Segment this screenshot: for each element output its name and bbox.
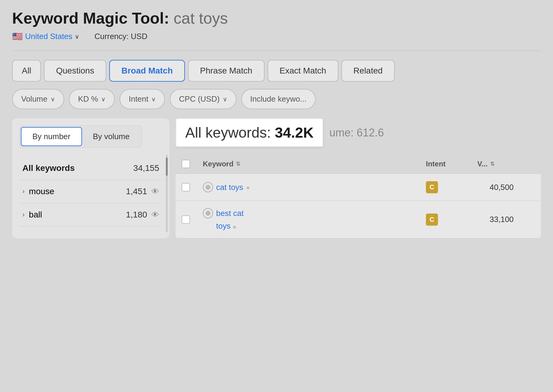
item-label: mouse [29, 187, 54, 196]
item-left: › ball [22, 210, 42, 220]
list-item: › ball 1,180 👁 [19, 203, 162, 227]
item-count: 1,180 👁 [126, 210, 159, 220]
volume-partial: ume: 612.6 [329, 126, 384, 139]
item-count: 1,451 👁 [126, 187, 159, 196]
arrow-buttons[interactable]: » [246, 184, 250, 191]
keyword-cell: ⊕ best cat toys » [203, 208, 423, 231]
tab-all[interactable]: All [12, 60, 41, 82]
list-item: › mouse 1,451 👁 [19, 180, 162, 203]
intent-badge: C [426, 214, 438, 226]
country-label: United States [25, 32, 72, 41]
by-number-toggle[interactable]: By number [21, 127, 82, 146]
header-checkbox[interactable] [182, 160, 190, 168]
keyword-line1: ⊕ best cat [203, 208, 244, 218]
keyword-link[interactable]: cat toys [216, 183, 243, 192]
col-checkbox [182, 160, 200, 168]
currency-label: Currency: USD [94, 32, 147, 41]
page-title: Keyword Magic Tool: cat toys [12, 9, 541, 27]
main-content: By number By volume All keywords 34,155 … [12, 118, 541, 238]
tab-broad-match[interactable]: Broad Match [109, 60, 185, 82]
tab-exact-match[interactable]: Exact Match [268, 60, 338, 82]
scrollbar[interactable] [166, 155, 168, 232]
item-left: › mouse [22, 187, 54, 196]
chevron-down-icon: ∨ [51, 96, 55, 103]
include-keywords-filter[interactable]: Include keywo... [241, 89, 316, 109]
keyword-link[interactable]: best cat [216, 209, 244, 218]
keyword-cell: ⊕ cat toys » [203, 182, 423, 192]
left-panel: By number By volume All keywords 34,155 … [12, 118, 170, 238]
chevron-down-icon: ∨ [101, 96, 106, 103]
scroll-thumb [166, 158, 168, 176]
chevron-right-icon: › [22, 211, 25, 219]
col-intent: Intent [426, 160, 474, 168]
database-row: 🇺🇸 United States ∨ Currency: USD [12, 31, 541, 41]
top-row-right: All keywords: 34.2K ume: 612.6 [176, 118, 541, 147]
chevron-down-icon: ∨ [75, 33, 79, 40]
row-checkbox[interactable] [182, 183, 190, 191]
divider [12, 51, 541, 51]
kd-filter[interactable]: KD % ∨ [69, 89, 115, 109]
keyword-table: Keyword ⇅ Intent V... ⇅ ⊕ [176, 154, 541, 238]
eye-icon[interactable]: 👁 [151, 210, 159, 220]
table-header: Keyword ⇅ Intent V... ⇅ [176, 154, 541, 174]
item-label: All keywords [22, 163, 75, 173]
tab-phrase-match[interactable]: Phrase Match [188, 60, 265, 82]
volume-cell: 40,500 [477, 183, 514, 192]
keyword-line2[interactable]: toys » [203, 221, 236, 231]
sort-icon[interactable]: ⇅ [490, 161, 495, 167]
row-checkbox-cell [182, 215, 200, 224]
page-header: Keyword Magic Tool: cat toys 🇺🇸 United S… [12, 9, 541, 41]
add-to-list-button[interactable]: ⊕ [203, 208, 213, 218]
item-count: 34,155 [133, 163, 159, 173]
toggle-row: By number By volume [19, 126, 142, 148]
all-keywords-highlight: All keywords: 34.2K [176, 118, 323, 147]
table-row: ⊕ cat toys » C 40,500 [176, 174, 541, 201]
tabs-container: All Questions Broad Match Phrase Match E… [12, 60, 541, 82]
row-checkbox-cell [182, 183, 200, 191]
intent-filter[interactable]: Intent ∨ [120, 89, 165, 109]
chevron-down-icon: ∨ [223, 96, 227, 103]
arrow-buttons[interactable]: » [233, 223, 236, 230]
cpc-filter[interactable]: CPC (USD) ∨ [170, 89, 236, 109]
row-checkbox[interactable] [182, 215, 190, 224]
add-to-list-button[interactable]: ⊕ [203, 182, 213, 192]
chevron-right-icon: › [22, 188, 25, 195]
tab-related[interactable]: Related [341, 60, 395, 82]
chevron-down-icon: ∨ [151, 96, 156, 103]
intent-cell: C [426, 181, 474, 193]
right-panel: All keywords: 34.2K ume: 612.6 Keyword ⇅… [176, 118, 541, 238]
database-selector[interactable]: 🇺🇸 United States ∨ [12, 31, 79, 41]
table-row: ⊕ best cat toys » C 33,100 [176, 201, 541, 238]
keyword-group-list: All keywords 34,155 › mouse 1,451 👁 › ba… [19, 157, 162, 227]
volume-cell: 33,100 [477, 215, 514, 224]
intent-cell: C [426, 214, 474, 226]
intent-badge: C [426, 181, 438, 193]
col-volume: V... ⇅ [477, 160, 514, 168]
eye-icon[interactable]: 👁 [151, 187, 159, 196]
volume-filter[interactable]: Volume ∨ [12, 89, 64, 109]
sort-icon[interactable]: ⇅ [236, 161, 240, 167]
by-volume-toggle[interactable]: By volume [82, 127, 140, 146]
item-label: ball [29, 210, 42, 220]
flag-icon: 🇺🇸 [12, 31, 23, 41]
tab-questions[interactable]: Questions [44, 60, 106, 82]
filters-row: Volume ∨ KD % ∨ Intent ∨ CPC (USD) ∨ Inc… [12, 89, 541, 109]
list-item: All keywords 34,155 [19, 157, 162, 180]
col-keyword: Keyword ⇅ [203, 160, 423, 168]
